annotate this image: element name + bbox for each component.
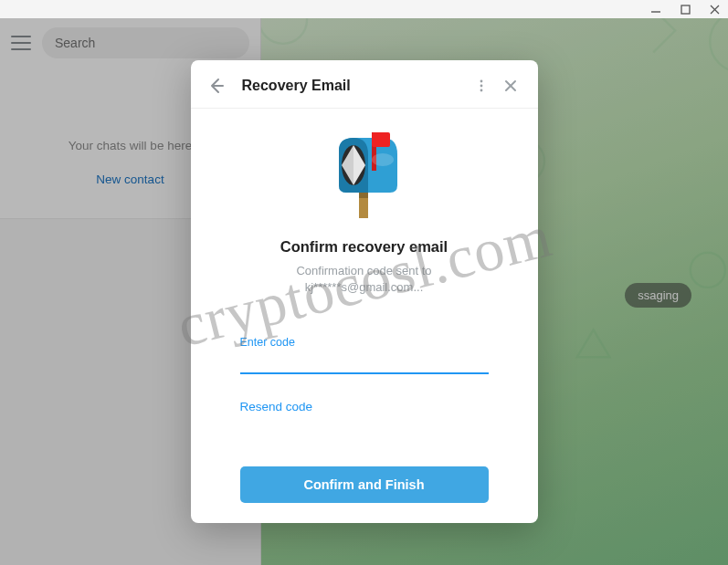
- minimize-icon[interactable]: [649, 3, 662, 16]
- window-titlebar: [0, 0, 728, 18]
- desc-line2: kj******s@gmail.com...: [305, 280, 424, 294]
- svg-rect-20: [372, 132, 390, 147]
- maximize-icon[interactable]: [679, 3, 691, 16]
- confirm-button[interactable]: Confirm and Finish: [240, 466, 489, 503]
- dialog-title: Recovery Email: [242, 78, 470, 94]
- mailbox-icon: [191, 109, 538, 233]
- svg-point-21: [372, 153, 394, 166]
- svg-rect-17: [359, 193, 368, 198]
- dialog-description: Confirmation code sent to kj******s@gmai…: [191, 263, 538, 296]
- modal-overlay: Recovery Email: [0, 18, 728, 565]
- code-input[interactable]: [240, 349, 489, 374]
- window-close-icon[interactable]: [708, 3, 721, 16]
- desc-line1: Confirmation code sent to: [296, 264, 431, 277]
- recovery-email-dialog: Recovery Email: [191, 60, 538, 523]
- svg-rect-1: [681, 5, 690, 14]
- svg-point-11: [480, 79, 482, 82]
- svg-point-13: [480, 89, 482, 91]
- close-icon[interactable]: [500, 75, 522, 97]
- dialog-subtitle: Confirm recovery email: [191, 238, 538, 256]
- back-icon[interactable]: [204, 73, 229, 99]
- more-icon[interactable]: [470, 75, 492, 97]
- svg-point-12: [480, 84, 482, 87]
- resend-code-link[interactable]: Resend code: [240, 400, 489, 413]
- code-label: Enter code: [240, 336, 489, 349]
